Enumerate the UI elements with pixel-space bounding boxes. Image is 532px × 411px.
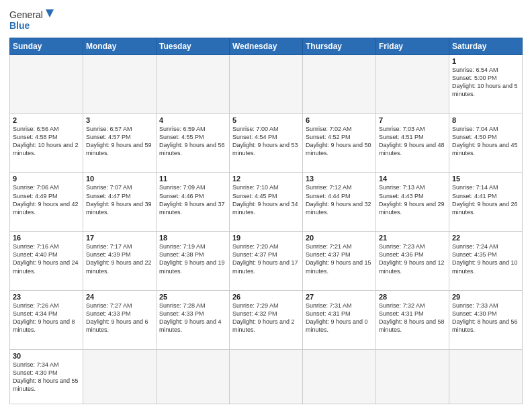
calendar-cell: 9Sunrise: 7:06 AM Sunset: 4:49 PM Daylig… [10, 173, 83, 232]
calendar-cell: 20Sunrise: 7:21 AM Sunset: 4:37 PM Dayli… [303, 232, 376, 291]
day-number: 12 [232, 175, 300, 183]
day-info: Sunrise: 7:02 AM Sunset: 4:52 PM Dayligh… [306, 125, 373, 158]
calendar-cell: 30Sunrise: 7:34 AM Sunset: 4:30 PM Dayli… [10, 349, 83, 404]
calendar-cell: 27Sunrise: 7:31 AM Sunset: 4:31 PM Dayli… [303, 290, 376, 349]
day-info: Sunrise: 7:29 AM Sunset: 4:32 PM Dayligh… [232, 302, 300, 334]
header: General Blue [9, 7, 523, 34]
day-number: 27 [306, 293, 373, 301]
calendar-cell [230, 55, 303, 114]
day-number: 1 [452, 57, 519, 65]
calendar-cell: 22Sunrise: 7:24 AM Sunset: 4:35 PM Dayli… [449, 232, 523, 291]
day-info: Sunrise: 7:23 AM Sunset: 4:36 PM Dayligh… [379, 242, 446, 275]
day-number: 28 [379, 293, 446, 301]
day-info: Sunrise: 7:10 AM Sunset: 4:45 PM Dayligh… [232, 183, 300, 216]
calendar-cell: 16Sunrise: 7:16 AM Sunset: 4:40 PM Dayli… [10, 232, 83, 291]
day-info: Sunrise: 7:17 AM Sunset: 4:39 PM Dayligh… [86, 242, 153, 275]
day-info: Sunrise: 7:00 AM Sunset: 4:54 PM Dayligh… [232, 125, 300, 158]
calendar-cell [83, 349, 157, 404]
day-info: Sunrise: 7:32 AM Sunset: 4:31 PM Dayligh… [379, 302, 446, 334]
day-info: Sunrise: 7:06 AM Sunset: 4:49 PM Dayligh… [13, 183, 80, 216]
svg-marker-2 [46, 9, 54, 17]
calendar-cell: 7Sunrise: 7:03 AM Sunset: 4:51 PM Daylig… [376, 113, 449, 173]
day-number: 5 [232, 116, 300, 124]
calendar-cell: 29Sunrise: 7:33 AM Sunset: 4:30 PM Dayli… [449, 290, 523, 349]
day-number: 2 [13, 116, 80, 124]
day-number: 3 [86, 116, 153, 124]
col-header-monday: Monday [83, 38, 157, 55]
col-header-wednesday: Wednesday [230, 38, 303, 55]
calendar-cell: 14Sunrise: 7:13 AM Sunset: 4:43 PM Dayli… [376, 173, 449, 232]
col-header-saturday: Saturday [449, 38, 523, 55]
day-info: Sunrise: 7:31 AM Sunset: 4:31 PM Dayligh… [306, 302, 373, 334]
day-number: 4 [159, 116, 226, 124]
col-header-thursday: Thursday [303, 38, 376, 55]
day-info: Sunrise: 7:21 AM Sunset: 4:37 PM Dayligh… [306, 242, 373, 275]
calendar-cell: 1Sunrise: 6:54 AM Sunset: 5:00 PM Daylig… [449, 55, 523, 114]
calendar-cell: 3Sunrise: 6:57 AM Sunset: 4:57 PM Daylig… [83, 113, 157, 173]
calendar-cell [376, 349, 449, 404]
calendar-table: SundayMondayTuesdayWednesdayThursdayFrid… [9, 38, 523, 404]
day-number: 23 [13, 293, 80, 301]
calendar-cell: 12Sunrise: 7:10 AM Sunset: 4:45 PM Dayli… [230, 173, 303, 232]
day-info: Sunrise: 7:04 AM Sunset: 4:50 PM Dayligh… [452, 125, 519, 158]
day-number: 13 [306, 175, 373, 183]
day-info: Sunrise: 7:27 AM Sunset: 4:33 PM Dayligh… [86, 302, 153, 334]
calendar-cell: 2Sunrise: 6:56 AM Sunset: 4:58 PM Daylig… [10, 113, 83, 173]
logo: General Blue [9, 7, 55, 34]
col-header-sunday: Sunday [10, 38, 83, 55]
generalblue-logo-icon: General Blue [9, 7, 55, 34]
calendar-cell: 18Sunrise: 7:19 AM Sunset: 4:38 PM Dayli… [157, 232, 230, 291]
day-number: 18 [159, 234, 226, 242]
day-info: Sunrise: 7:24 AM Sunset: 4:35 PM Dayligh… [452, 242, 519, 275]
day-number: 15 [452, 175, 519, 183]
svg-text:Blue: Blue [9, 20, 30, 31]
calendar-cell: 13Sunrise: 7:12 AM Sunset: 4:44 PM Dayli… [303, 173, 376, 232]
calendar-cell: 23Sunrise: 7:26 AM Sunset: 4:34 PM Dayli… [10, 290, 83, 349]
calendar-cell: 28Sunrise: 7:32 AM Sunset: 4:31 PM Dayli… [376, 290, 449, 349]
day-info: Sunrise: 6:56 AM Sunset: 4:58 PM Dayligh… [13, 125, 80, 158]
calendar-cell: 26Sunrise: 7:29 AM Sunset: 4:32 PM Dayli… [230, 290, 303, 349]
day-number: 24 [86, 293, 153, 301]
day-number: 25 [159, 293, 226, 301]
calendar-cell: 11Sunrise: 7:09 AM Sunset: 4:46 PM Dayli… [157, 173, 230, 232]
day-number: 30 [13, 352, 80, 360]
calendar-cell: 24Sunrise: 7:27 AM Sunset: 4:33 PM Dayli… [83, 290, 157, 349]
day-number: 21 [379, 234, 446, 242]
day-number: 14 [379, 175, 446, 183]
day-number: 10 [86, 175, 153, 183]
day-info: Sunrise: 7:12 AM Sunset: 4:44 PM Dayligh… [306, 183, 373, 216]
calendar-cell: 4Sunrise: 6:59 AM Sunset: 4:55 PM Daylig… [157, 113, 230, 173]
day-info: Sunrise: 6:57 AM Sunset: 4:57 PM Dayligh… [86, 125, 153, 158]
day-info: Sunrise: 7:33 AM Sunset: 4:30 PM Dayligh… [452, 302, 519, 334]
calendar-cell: 6Sunrise: 7:02 AM Sunset: 4:52 PM Daylig… [303, 113, 376, 173]
calendar-cell [83, 55, 157, 114]
day-info: Sunrise: 7:28 AM Sunset: 4:33 PM Dayligh… [159, 302, 226, 334]
day-info: Sunrise: 7:03 AM Sunset: 4:51 PM Dayligh… [379, 125, 446, 158]
day-number: 22 [452, 234, 519, 242]
day-info: Sunrise: 7:16 AM Sunset: 4:40 PM Dayligh… [13, 242, 80, 275]
day-number: 11 [159, 175, 226, 183]
calendar-cell: 15Sunrise: 7:14 AM Sunset: 4:41 PM Dayli… [449, 173, 523, 232]
calendar-cell [10, 55, 83, 114]
calendar-cell: 25Sunrise: 7:28 AM Sunset: 4:33 PM Dayli… [157, 290, 230, 349]
day-number: 19 [232, 234, 300, 242]
calendar-cell: 21Sunrise: 7:23 AM Sunset: 4:36 PM Dayli… [376, 232, 449, 291]
day-info: Sunrise: 6:54 AM Sunset: 5:00 PM Dayligh… [452, 66, 519, 99]
day-number: 29 [452, 293, 519, 301]
day-info: Sunrise: 7:14 AM Sunset: 4:41 PM Dayligh… [452, 183, 519, 216]
calendar-cell [157, 349, 230, 404]
day-number: 7 [379, 116, 446, 124]
day-info: Sunrise: 6:59 AM Sunset: 4:55 PM Dayligh… [159, 125, 226, 158]
col-header-friday: Friday [376, 38, 449, 55]
day-number: 20 [306, 234, 373, 242]
calendar-cell: 8Sunrise: 7:04 AM Sunset: 4:50 PM Daylig… [449, 113, 523, 173]
calendar-cell [449, 349, 523, 404]
day-number: 26 [232, 293, 300, 301]
calendar-cell [303, 349, 376, 404]
day-info: Sunrise: 7:20 AM Sunset: 4:37 PM Dayligh… [232, 242, 300, 275]
day-number: 8 [452, 116, 519, 124]
calendar-cell [376, 55, 449, 114]
day-number: 6 [306, 116, 373, 124]
calendar-cell [303, 55, 376, 114]
svg-text:General: General [9, 9, 43, 20]
